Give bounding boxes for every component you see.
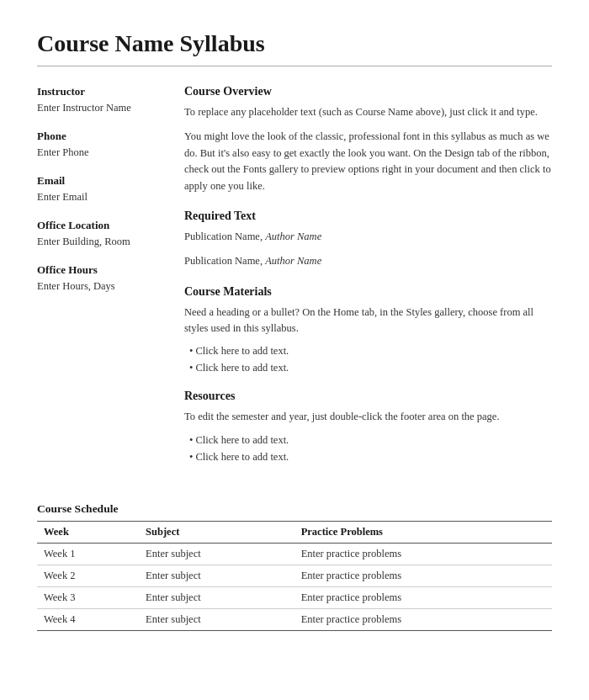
materials-intro: Need a heading or a bullet? On the Home … (184, 305, 552, 337)
col-practice: Practice Problems (294, 521, 552, 543)
cell-week[interactable]: Week 2 (37, 565, 139, 586)
table-row: Week 4Enter subjectEnter practice proble… (37, 608, 552, 630)
phone-section: Phone Enter Phone (37, 130, 161, 159)
main-layout: Instructor Enter Instructor Name Phone E… (37, 85, 552, 479)
cell-practice[interactable]: Enter practice problems (294, 543, 552, 565)
materials-bullet1[interactable]: Click here to add text. (184, 345, 552, 358)
cell-subject[interactable]: Enter subject (139, 543, 294, 565)
office-hours-label: Office Hours (37, 263, 161, 277)
right-column: Course Overview To replace any placehold… (176, 85, 552, 479)
required-text-heading: Required Text (184, 209, 552, 223)
course-materials-block: Course Materials Need a heading or a bul… (184, 285, 552, 375)
overview-text1[interactable]: To replace any placeholder text (such as… (184, 104, 552, 120)
table-row: Week 1Enter subjectEnter practice proble… (37, 543, 552, 565)
cell-practice[interactable]: Enter practice problems (294, 586, 552, 608)
table-row: Week 3Enter subjectEnter practice proble… (37, 586, 552, 608)
office-location-label: Office Location (37, 219, 161, 232)
email-value[interactable]: Enter Email (37, 191, 161, 204)
phone-label: Phone (37, 130, 161, 143)
page-title[interactable]: Course Name Syllabus (37, 30, 552, 57)
office-location-section: Office Location Enter Building, Room (37, 219, 161, 248)
overview-text2[interactable]: You might love the look of the classic, … (184, 129, 552, 194)
course-schedule-title: Course Schedule (37, 502, 552, 516)
instructor-label: Instructor (37, 85, 161, 98)
page: Course Name Syllabus Instructor Enter In… (0, 0, 589, 700)
instructor-value[interactable]: Enter Instructor Name (37, 102, 161, 114)
resources-heading: Resources (184, 390, 552, 403)
course-overview-block: Course Overview To replace any placehold… (184, 85, 552, 194)
pub1-line[interactable]: Publication Name, Author Name (184, 229, 552, 245)
pub1-name: Publication Name, (184, 231, 265, 242)
resources-intro: To edit the semester and year, just doub… (184, 409, 552, 425)
office-hours-value[interactable]: Enter Hours, Days (37, 280, 161, 293)
office-location-value[interactable]: Enter Building, Room (37, 236, 161, 248)
resources-bullet2[interactable]: Click here to add text. (184, 451, 552, 464)
cell-practice[interactable]: Enter practice problems (294, 608, 552, 630)
left-column: Instructor Enter Instructor Name Phone E… (37, 85, 176, 479)
course-materials-heading: Course Materials (184, 285, 552, 299)
pub2-author: Author Name (265, 255, 321, 267)
cell-subject[interactable]: Enter subject (139, 608, 294, 630)
pub1-author: Author Name (265, 231, 321, 242)
required-text-block: Required Text Publication Name, Author N… (184, 209, 552, 270)
pub2-name: Publication Name, (184, 255, 265, 267)
instructor-section: Instructor Enter Instructor Name (37, 85, 161, 114)
cell-subject[interactable]: Enter subject (139, 565, 294, 586)
cell-week[interactable]: Week 4 (37, 608, 139, 630)
col-week: Week (37, 521, 139, 543)
cell-week[interactable]: Week 3 (37, 586, 139, 608)
pub2-line[interactable]: Publication Name, Author Name (184, 253, 552, 269)
email-label: Email (37, 174, 161, 188)
phone-value[interactable]: Enter Phone (37, 146, 161, 159)
cell-practice[interactable]: Enter practice problems (294, 565, 552, 586)
table-row: Week 2Enter subjectEnter practice proble… (37, 565, 552, 586)
table-header-row: Week Subject Practice Problems (37, 521, 552, 543)
course-schedule-section: Course Schedule Week Subject Practice Pr… (37, 502, 552, 631)
course-overview-heading: Course Overview (184, 85, 552, 98)
cell-subject[interactable]: Enter subject (139, 586, 294, 608)
email-section: Email Enter Email (37, 174, 161, 204)
office-hours-section: Office Hours Enter Hours, Days (37, 263, 161, 293)
col-subject: Subject (139, 521, 294, 543)
materials-bullet2[interactable]: Click here to add text. (184, 362, 552, 374)
title-divider (37, 66, 552, 66)
resources-bullet1[interactable]: Click here to add text. (184, 434, 552, 447)
cell-week[interactable]: Week 1 (37, 543, 139, 565)
resources-block: Resources To edit the semester and year,… (184, 390, 552, 463)
schedule-table: Week Subject Practice Problems Week 1Ent… (37, 521, 552, 631)
